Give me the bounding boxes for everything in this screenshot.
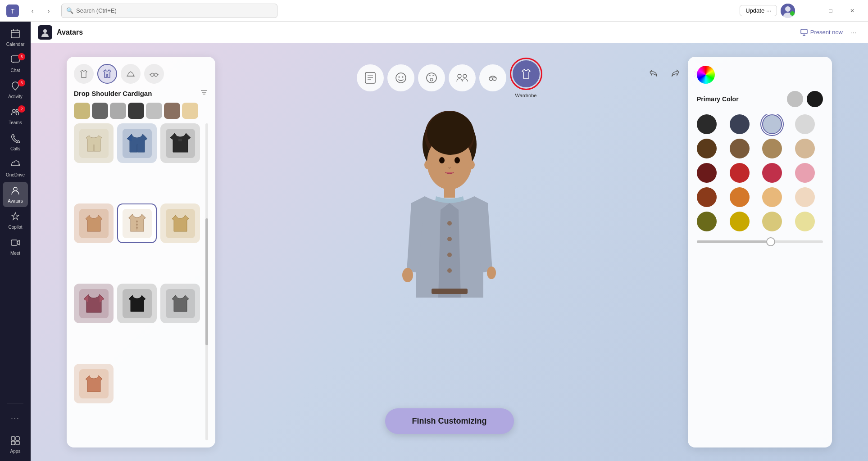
svg-point-65 [439, 157, 445, 163]
sidebar-item-activity[interactable]: 6 Activity [3, 77, 28, 103]
maximize-button[interactable]: □ [820, 4, 841, 18]
strip-item[interactable] [92, 103, 108, 119]
sidebar-item-calendar[interactable]: Calendar [3, 25, 28, 50]
toolbar-wardrobe-button[interactable] [513, 60, 540, 87]
svg-point-70 [447, 237, 452, 241]
present-now-button[interactable]: Present now [800, 29, 843, 36]
clothing-item-4[interactable] [74, 203, 114, 243]
filter-button[interactable] [200, 88, 208, 98]
sidebar-item-chat[interactable]: 6 Chat [3, 51, 28, 77]
swatch-medium-gray[interactable] [730, 114, 750, 134]
swatch-dark-brown[interactable] [697, 139, 717, 158]
scroll-strip[interactable] [74, 103, 208, 119]
toolbar-face-wrapper [387, 64, 414, 91]
scrollbar-thumb [205, 218, 208, 345]
swatch-light-blue-gray[interactable] [762, 114, 782, 134]
clothing-item-7[interactable] [74, 284, 114, 323]
slider-track[interactable] [697, 240, 823, 243]
swatch-yellow[interactable] [730, 212, 750, 231]
svg-rect-48 [178, 139, 182, 141]
toolbar-wardrobe-wrapper: Wardrobe [510, 58, 542, 98]
sidebar-item-apps[interactable]: Apps [3, 432, 28, 457]
more-options-button[interactable]: ··· [846, 25, 861, 40]
swatch-tan[interactable] [762, 139, 782, 158]
toolbar-face-button[interactable] [387, 64, 414, 91]
swatch-peach[interactable] [762, 187, 782, 207]
strip-item[interactable] [110, 103, 126, 119]
swatch-orange[interactable] [730, 187, 750, 207]
color-preset-dark[interactable] [807, 91, 823, 107]
clothing-item-6[interactable] [160, 203, 200, 243]
toolbar-pose-button[interactable] [357, 64, 384, 91]
swatch-bright-red[interactable] [730, 163, 750, 183]
search-bar[interactable]: 🔍 Search (Ctrl+E) [61, 4, 277, 18]
close-button[interactable]: ✕ [842, 4, 863, 18]
color-wheel-icon[interactable] [697, 66, 715, 84]
swatch-pink[interactable] [795, 163, 815, 183]
swatch-pale-yellow[interactable] [795, 212, 815, 231]
sidebar-item-calls[interactable]: Calls [3, 130, 28, 155]
slider-thumb[interactable] [766, 237, 775, 246]
sidebar-item-avatars[interactable]: Avatars [3, 182, 28, 207]
title-bar-right: Update ··· – □ ✕ [740, 4, 863, 18]
avatar-display [359, 97, 540, 367]
chat-badge: 6 [18, 53, 25, 60]
primary-color-label: Primary Color [697, 95, 739, 103]
sidebar-item-onedrive[interactable]: OneDrive [3, 156, 28, 181]
strip-item[interactable] [182, 103, 198, 119]
minimize-button[interactable]: – [799, 4, 819, 18]
sidebar-item-meet[interactable]: Meet [3, 234, 28, 259]
update-button[interactable]: Update ··· [740, 5, 777, 16]
clothing-item-5[interactable] [117, 203, 157, 243]
app-header-title: Avatars [57, 28, 83, 36]
svg-point-67 [424, 160, 432, 169]
svg-point-54 [136, 227, 138, 229]
swatch-medium-brown[interactable] [730, 139, 750, 158]
panel-title: Drop Shoulder Cardigan [74, 90, 152, 97]
color-preset-light[interactable] [787, 91, 803, 107]
sidebar-item-more[interactable]: ··· [3, 406, 28, 431]
strip-item[interactable] [164, 103, 180, 119]
finish-customizing-button[interactable]: Finish Customizing [385, 408, 514, 434]
swatch-dark-gray[interactable] [697, 114, 717, 134]
tab-jackets[interactable] [97, 64, 117, 84]
swatch-dark-orange[interactable] [697, 187, 717, 207]
redo-button[interactable] [666, 65, 684, 83]
clothing-item-8[interactable] [117, 284, 157, 323]
sidebar-item-label: Apps [10, 449, 21, 454]
swatch-beige[interactable] [795, 139, 815, 158]
left-panel-scrollbar[interactable] [205, 123, 208, 440]
toolbar-reactions-button[interactable] [418, 64, 445, 91]
tab-glasses[interactable] [144, 64, 164, 84]
user-avatar[interactable] [781, 4, 795, 18]
toolbar-accessories-button[interactable] [479, 64, 506, 91]
swatch-light-yellow[interactable] [762, 212, 782, 231]
clothing-item-10[interactable] [74, 364, 114, 403]
sidebar-item-teams[interactable]: 2 Teams [3, 104, 28, 129]
teams-logo: T [5, 4, 20, 18]
app-header-icon [38, 25, 52, 40]
toolbar-reactions-wrapper [418, 64, 445, 91]
swatch-olive[interactable] [697, 212, 717, 231]
strip-item[interactable] [128, 103, 144, 119]
swatch-light-peach[interactable] [795, 187, 815, 207]
strip-item[interactable] [146, 103, 162, 119]
clothing-item-1[interactable] [74, 123, 114, 163]
tab-tops[interactable] [74, 64, 94, 84]
swatch-dark-red[interactable] [697, 163, 717, 183]
swatch-medium-red[interactable] [762, 163, 782, 183]
sidebar-item-label: Teams [9, 120, 22, 125]
sidebar-item-copilot[interactable]: Copilot [3, 208, 28, 233]
tab-hats[interactable] [121, 64, 141, 84]
right-panel-header [697, 66, 823, 84]
swatch-light-gray[interactable] [795, 114, 815, 134]
forward-button[interactable]: › [41, 4, 56, 18]
clothing-item-9[interactable] [160, 284, 200, 323]
undo-button[interactable] [645, 65, 663, 83]
svg-point-71 [447, 253, 452, 257]
strip-item[interactable] [74, 103, 90, 119]
clothing-item-3[interactable] [160, 123, 200, 163]
clothing-item-2[interactable] [117, 123, 157, 163]
toolbar-groups-button[interactable] [449, 64, 476, 91]
back-button[interactable]: ‹ [25, 4, 40, 18]
